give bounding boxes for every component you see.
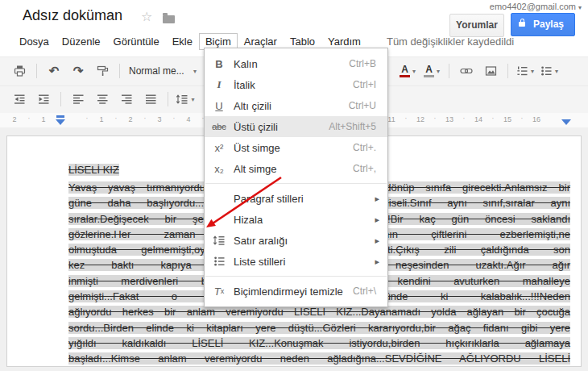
document-title[interactable]: Adsız doküman <box>23 7 122 24</box>
account-email[interactable]: emo4402@gmail.com▾ <box>490 2 582 11</box>
link-icon[interactable] <box>455 61 478 81</box>
selected-text: başladı...Kimse anlam veremiyordu neden … <box>68 352 570 365</box>
align-justify-icon[interactable] <box>139 90 162 109</box>
menu-shortcut: Ctrl+B <box>349 58 376 69</box>
underline-icon: U <box>205 100 234 112</box>
ruler-tick: · <box>520 114 523 123</box>
menu-item-label: Liste stilleri <box>234 256 375 268</box>
chevron-down-icon: ▾ <box>412 68 416 75</box>
first-line-indent-marker[interactable] <box>56 115 64 118</box>
ruler-number: 4 <box>186 115 190 123</box>
chevron-down-icon: ▾ <box>555 68 558 75</box>
ruler-number: 11 <box>387 115 395 123</box>
align-left-icon[interactable] <box>67 90 89 109</box>
undo-icon[interactable]: ↶ <box>43 61 65 81</box>
folder-icon[interactable] <box>163 15 175 23</box>
format-menu-item[interactable]: BKalınCtrl+B <box>205 53 387 74</box>
ruler-tick: · <box>433 114 436 123</box>
subscript-icon: x₂ <box>205 163 234 175</box>
ruler-tick: · <box>172 114 175 123</box>
doc-line[interactable]: başladı...Kimse anlam veremiyordu neden … <box>68 351 570 366</box>
toolbar-separator <box>507 64 508 78</box>
redo-icon[interactable]: ↷ <box>67 61 89 81</box>
menu-item-label: Satır aralığı <box>234 235 375 247</box>
toolbar-group-right: A▾A▾▾▾ <box>396 57 561 85</box>
ruler-number: 16 <box>532 115 540 123</box>
ruler-number: 12 <box>416 115 424 123</box>
menu-shortcut: Ctrl+\ <box>353 286 376 297</box>
menu-item-label: Üstü çizili <box>234 121 329 133</box>
selected-text: ağlıyordu herkes bir anlam veremiyordu L… <box>68 306 570 318</box>
line-spacing-icon[interactable]: ▾ <box>174 90 197 109</box>
indent-decrease-icon[interactable] <box>8 90 31 109</box>
format-menu-item[interactable]: x²Üst simgeCtrl+. <box>205 137 387 158</box>
ruler-tick: · <box>143 114 146 123</box>
menubar-item-3[interactable]: Ekle <box>166 33 199 50</box>
save-status: Tüm değişiklikler kaydedildi <box>387 35 514 48</box>
share-button[interactable]: Paylaş <box>511 13 575 36</box>
ruler-number: 13 <box>445 115 453 123</box>
doc-heading[interactable]: LİSELİ KIZ <box>68 164 119 176</box>
format-menu-item[interactable]: Paragraf stilleri▸ <box>205 188 387 209</box>
menu-shortcut: Ctrl+I <box>353 79 376 90</box>
menubar-item-0[interactable]: Dosya <box>13 33 56 50</box>
format-menu: BKalınCtrl+BIİtalikCtrl+IUAltı çiziliCtr… <box>205 53 387 302</box>
align-right-icon[interactable] <box>115 90 138 109</box>
clear-formatting-icon: Tx <box>205 286 234 298</box>
account-email-text: emo4402@gmail.com <box>490 2 576 11</box>
ruler-tick: · <box>27 114 30 123</box>
menu-separator <box>205 183 387 184</box>
highlight-icon[interactable]: A▾ <box>420 61 443 81</box>
ruler-tick: · <box>491 114 494 123</box>
indent-increase-icon[interactable] <box>32 90 55 109</box>
format-menu-item[interactable]: Hizala▸ <box>205 209 387 230</box>
right-indent-marker[interactable] <box>561 119 571 125</box>
ruler-number: 14 <box>474 115 482 123</box>
star-icon[interactable]: ☆ <box>141 9 152 24</box>
doc-line[interactable]: sordu...Birden elinde ki kitapları yere … <box>68 320 570 336</box>
menu-item-label: Kalın <box>234 58 349 70</box>
toolbar-separator <box>36 64 37 78</box>
left-indent-marker[interactable] <box>56 119 65 125</box>
menu-separator <box>205 276 387 277</box>
ruler-number: 15 <box>503 115 511 123</box>
list-styles-icon <box>205 256 234 267</box>
format-menu-item[interactable]: Liste stilleri▸ <box>205 251 387 272</box>
strikethrough-icon: abc <box>205 122 234 131</box>
chevron-down-icon: ▾ <box>437 68 440 75</box>
italic-icon: I <box>205 78 234 91</box>
selected-text: yığıldı kaldıkaldı LİSELİ KIZ...Konuşmak… <box>68 337 570 349</box>
format-menu-item[interactable]: x₂Alt simgeCtrl+, <box>205 158 387 179</box>
menu-shortcut: Ctrl+U <box>349 100 376 111</box>
superscript-icon: x² <box>205 142 234 154</box>
ruler-number: 2 <box>12 115 16 123</box>
toolbar-separator <box>60 92 61 106</box>
insert-image-icon[interactable] <box>479 61 502 81</box>
ruler-number: 1 <box>41 115 45 123</box>
format-menu-item[interactable]: TxBiçimlendirmeyi temizleCtrl+\ <box>205 281 387 302</box>
styles-dropdown-label: Normal me... <box>129 65 184 77</box>
text-color-icon[interactable]: A▾ <box>396 61 419 81</box>
menu-item-label: Paragraf stilleri <box>234 193 375 205</box>
toolbar-separator <box>449 64 449 78</box>
ruler-tick: · <box>404 114 407 123</box>
menu-item-label: Hizala <box>234 214 375 226</box>
ruler-tick: · <box>85 114 88 123</box>
format-menu-item[interactable]: UAltı çiziliCtrl+U <box>205 95 387 116</box>
menubar-item-1[interactable]: Düzenle <box>56 33 107 50</box>
align-center-icon[interactable] <box>91 90 114 109</box>
paint-format-icon[interactable] <box>91 61 114 81</box>
menubar-item-2[interactable]: Görüntüle <box>107 33 166 50</box>
menu-shortcut: Ctrl+. <box>353 142 376 153</box>
account-dropdown-icon: ▾ <box>578 4 582 11</box>
print-icon[interactable] <box>8 61 31 81</box>
styles-dropdown[interactable]: Normal me...▾ <box>126 61 200 81</box>
bullet-list-icon[interactable]: ▾ <box>538 61 561 81</box>
format-menu-item[interactable]: Satır aralığı▸ <box>205 230 387 251</box>
doc-line[interactable]: yığıldı kaldıkaldı LİSELİ KIZ...Konuşmak… <box>68 336 570 351</box>
submenu-arrow-icon: ▸ <box>375 215 379 225</box>
format-menu-item[interactable]: IİtalikCtrl+I <box>205 74 387 95</box>
numbered-list-icon[interactable]: ▾ <box>514 61 536 81</box>
format-menu-item[interactable]: abcÜstü çiziliAlt+Shift+5 <box>205 116 387 137</box>
ruler-number: 3 <box>157 115 161 123</box>
